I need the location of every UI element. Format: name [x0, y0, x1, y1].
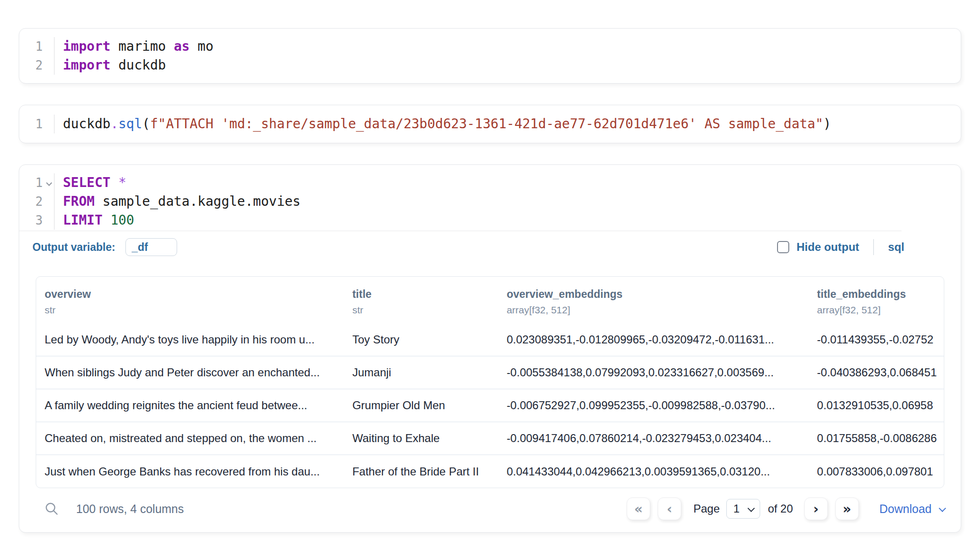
first-page-button[interactable]: « — [627, 498, 650, 520]
line-number: 1 — [19, 37, 54, 56]
line-number: 2 — [19, 56, 54, 75]
line-number-gutter: 12 — [19, 37, 54, 75]
result-table: overviewstrtitlestroverview_embeddingsar… — [36, 277, 944, 488]
page-label: Page — [693, 502, 720, 515]
output-variable-input[interactable] — [125, 238, 177, 256]
column-header[interactable]: overview_embeddingsarray[f32, 512] — [498, 277, 809, 323]
table-row[interactable]: Just when George Banks has recovered fro… — [36, 455, 944, 488]
download-label: Download — [879, 502, 932, 516]
table-row[interactable]: Cheated on, mistreated and stepped on, t… — [36, 422, 944, 455]
divider — [873, 239, 874, 255]
table-cell: -0.011439355,-0.02752 — [809, 323, 944, 356]
code-content[interactable]: import marimo as moimport duckdb — [54, 37, 961, 75]
line-number: 2 — [19, 192, 54, 211]
page-number-select[interactable]: 1 — [726, 499, 760, 519]
table-cell: Cheated on, mistreated and stepped on, t… — [36, 422, 344, 455]
next-page-button[interactable]: › — [804, 498, 828, 520]
notebook-page: 12import marimo as moimport duckdb 1duck… — [0, 0, 980, 560]
code-line: LIMIT 100 — [63, 211, 961, 230]
prev-page-button[interactable]: ‹ — [658, 498, 681, 520]
table-cell: -0.009417406,0.07860214,-0.023279453,0.0… — [498, 422, 809, 455]
code-cell-imports: 12import marimo as moimport duckdb — [19, 28, 961, 84]
line-number-gutter: 123 — [19, 173, 54, 230]
table-footer: 100 rows, 4 columns « ‹ Page 1 of 20 › »… — [36, 491, 944, 532]
column-name: overview_embeddings — [506, 288, 800, 301]
column-dtype: str — [45, 304, 335, 316]
last-page-button[interactable]: » — [835, 498, 859, 520]
table-cell: Waiting to Exhale — [344, 422, 498, 455]
table-cell: Led by Woody, Andy's toys live happily i… — [36, 323, 344, 356]
table-cell: Jumanji — [344, 356, 498, 389]
column-name: overview — [45, 288, 335, 301]
table-row[interactable]: A family wedding reignites the ancient f… — [36, 389, 944, 422]
table-cell: -0.0055384138,0.07992093,0.023316627,0.0… — [498, 356, 809, 389]
table-cell: 0.0132910535,0.06958 — [809, 389, 944, 422]
language-badge: sql — [888, 241, 904, 254]
column-name: title_embeddings — [817, 288, 935, 301]
table-cell: 0.023089351,-0.012809965,-0.03209472,-0.… — [498, 323, 809, 356]
code-cell-attach: 1duckdb.sql(f"ATTACH 'md:_share/sample_d… — [19, 105, 961, 143]
table-cell: A family wedding reignites the ancient f… — [36, 389, 344, 422]
page-total-label: of 20 — [768, 502, 793, 515]
page-number-value: 1 — [733, 502, 739, 515]
code-line: duckdb.sql(f"ATTACH 'md:_share/sample_da… — [63, 115, 961, 133]
download-button[interactable]: Download — [879, 502, 944, 516]
line-number: 1 — [19, 173, 54, 192]
column-dtype: array[f32, 512] — [817, 304, 935, 316]
table-cell: Father of the Bride Part II — [344, 455, 498, 488]
column-name: title — [352, 288, 490, 301]
code-line: import marimo as mo — [63, 37, 961, 56]
fold-chevron-icon[interactable] — [46, 180, 52, 186]
column-header[interactable]: titlestr — [344, 277, 498, 323]
search-icon[interactable] — [44, 501, 59, 516]
code-line: import duckdb — [63, 56, 961, 75]
code-editor[interactable]: 12import marimo as moimport duckdb — [19, 29, 961, 83]
code-editor[interactable]: 123SELECT *FROM sample_data.kaggle.movie… — [19, 165, 961, 231]
table-row[interactable]: When siblings Judy and Peter discover an… — [36, 356, 944, 389]
code-content[interactable]: SELECT *FROM sample_data.kaggle.moviesLI… — [54, 173, 961, 230]
hide-output-label: Hide output — [797, 241, 859, 254]
column-dtype: array[f32, 512] — [506, 304, 800, 316]
column-dtype: str — [352, 304, 490, 316]
code-line: SELECT * — [63, 173, 961, 192]
result-table-container: overviewstrtitlestroverview_embeddingsar… — [36, 276, 944, 488]
table-cell: Grumpier Old Men — [344, 389, 498, 422]
code-content[interactable]: duckdb.sql(f"ATTACH 'md:_share/sample_da… — [54, 115, 961, 133]
column-header[interactable]: title_embeddingsarray[f32, 512] — [809, 277, 944, 323]
output-bar: Output variable: Hide output sql — [19, 231, 961, 262]
code-line: FROM sample_data.kaggle.movies — [63, 192, 961, 211]
hide-output-checkbox[interactable] — [777, 241, 789, 253]
chevron-down-icon — [748, 505, 755, 512]
table-cell: -0.040386293,0.068451 — [809, 356, 944, 389]
row-count-summary: 100 rows, 4 columns — [76, 502, 184, 516]
table-cell: 0.01755858,-0.0086286 — [809, 422, 944, 455]
chevron-down-icon — [939, 505, 946, 512]
line-number: 1 — [19, 115, 54, 133]
output-variable-label: Output variable: — [32, 241, 115, 254]
line-number: 3 — [19, 211, 54, 230]
code-cell-sql-query: 123SELECT *FROM sample_data.kaggle.movie… — [19, 164, 961, 533]
column-header[interactable]: overviewstr — [36, 277, 344, 323]
line-number-gutter: 1 — [19, 115, 54, 133]
table-cell: When siblings Judy and Peter discover an… — [36, 356, 344, 389]
table-cell: -0.006752927,0.099952355,-0.009982588,-0… — [498, 389, 809, 422]
table-cell: 0.041433044,0.042966213,0.0039591365,0.0… — [498, 455, 809, 488]
table-cell: 0.007833006,0.097801 — [809, 455, 944, 488]
code-editor[interactable]: 1duckdb.sql(f"ATTACH 'md:_share/sample_d… — [19, 105, 961, 143]
table-cell: Toy Story — [344, 323, 498, 356]
table-cell: Just when George Banks has recovered fro… — [36, 455, 344, 488]
table-row[interactable]: Led by Woody, Andy's toys live happily i… — [36, 323, 944, 356]
